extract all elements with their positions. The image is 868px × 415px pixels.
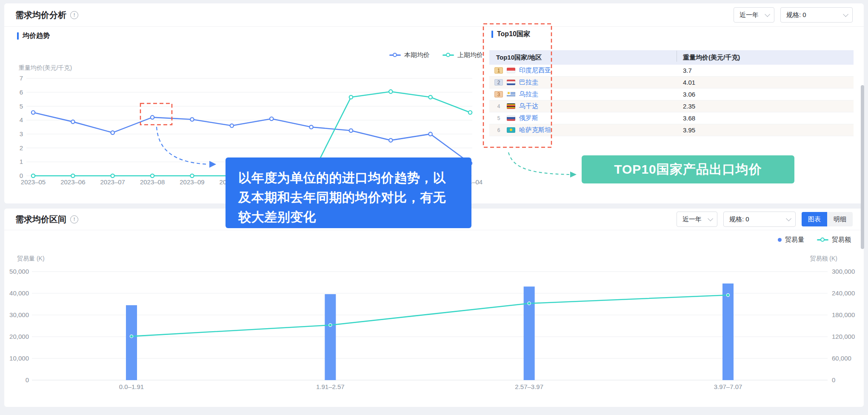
table-row: 3乌拉圭3.06 (489, 89, 854, 100)
trade-volume-bar (524, 286, 535, 380)
country-link[interactable]: 印度尼西亚 (519, 66, 551, 74)
svg-text:240,000: 240,000 (832, 289, 855, 297)
line-marker-icon (817, 238, 828, 242)
top10-table-header: Top10国家/地区 重量均价(美元/千克) (489, 50, 854, 65)
svg-text:3.97–7.07: 3.97–7.07 (714, 383, 742, 390)
avg-price-cell: 3.06 (677, 91, 854, 98)
period-select[interactable]: 近一年 (677, 212, 717, 227)
svg-text:50,000: 50,000 (9, 268, 29, 275)
svg-text:2023–06: 2023–06 (60, 178, 85, 186)
chevron-down-icon (765, 11, 770, 17)
toggle-chart-view-button[interactable]: 图表 (802, 212, 827, 226)
page-title: 需求均价分析 (15, 9, 66, 21)
country-cell: 5俄罗斯 (489, 114, 677, 122)
chevron-down-icon (843, 11, 848, 17)
country-cell: 2巴拉圭 (489, 78, 677, 86)
avg-price-cell: 4.01 (677, 79, 854, 86)
country-link[interactable]: 俄罗斯 (519, 114, 538, 122)
trend-legend: 本期均价 上期均价 (389, 51, 483, 59)
period-select-value: 近一年 (682, 215, 702, 223)
svg-text:贸易额 (K): 贸易额 (K) (810, 255, 837, 262)
svg-text:40,000: 40,000 (9, 289, 29, 297)
svg-text:2: 2 (20, 144, 23, 152)
card1-filters: 近一年 规格: 0 (734, 7, 853, 23)
country-cell: 6哈萨克斯坦 (489, 126, 677, 134)
spec-select[interactable]: 规格: 0 (780, 7, 853, 23)
svg-text:7: 7 (20, 74, 23, 82)
top10-table: Top10国家/地区 重量均价(美元/千克) 1印度尼西亚3.72巴拉圭4.01… (489, 50, 854, 136)
table-row: 2巴拉圭4.01 (489, 77, 854, 89)
svg-text:0: 0 (832, 376, 835, 384)
country-link[interactable]: 乌拉圭 (519, 90, 538, 98)
svg-text:1.91–2.57: 1.91–2.57 (316, 383, 345, 390)
demand-avg-price-analysis-card: 需求均价分析 近一年 规格: 0 均价趋势 本期均价 (4, 3, 864, 203)
svg-text:2.57–3.97: 2.57–3.97 (515, 383, 543, 390)
svg-text:贸易量 (K): 贸易量 (K) (17, 255, 45, 262)
svg-text:2023–07: 2023–07 (100, 178, 125, 186)
svg-text:2023–08: 2023–08 (140, 178, 165, 186)
col-header-country: Top10国家/地区 (489, 54, 677, 62)
spec-select-value: 规格: 0 (729, 215, 749, 223)
svg-text:6: 6 (20, 89, 23, 96)
dashboard-page: 需求均价分析 近一年 规格: 0 均价趋势 本期均价 (0, 0, 868, 415)
top10-body: 1印度尼西亚3.72巴拉圭4.013乌拉圭3.064乌干达2.355俄罗斯3.6… (489, 65, 854, 136)
spec-select[interactable]: 规格: 0 (723, 212, 796, 227)
demand-avg-price-range-card: 需求均价区间 近一年 规格: 0 图表 明细 (4, 209, 864, 407)
trade-volume-bar (722, 283, 734, 380)
info-icon[interactable] (70, 215, 78, 223)
legend-item-trade-volume[interactable]: 贸易量 (778, 236, 804, 244)
page-scrollbar[interactable] (861, 85, 864, 249)
trade-volume-bar (325, 294, 336, 380)
view-toggle: 图表 明细 (802, 212, 853, 226)
chevron-down-icon (708, 216, 713, 221)
flag-icon-indonesia (507, 68, 515, 73)
card2-filters: 近一年 规格: 0 图表 明细 (677, 212, 853, 227)
top10-subtitle: Top10国家 (491, 30, 530, 39)
blue-dashed-arrow (157, 127, 208, 164)
flag-icon-kazakhstan (507, 127, 515, 133)
card1-header: 需求均价分析 近一年 规格: 0 (4, 3, 864, 27)
table-row: 6哈萨克斯坦3.95 (489, 124, 854, 136)
svg-text:重量均价(美元/千克): 重量均价(美元/千克) (19, 64, 72, 71)
section2-title: 需求均价区间 (15, 214, 66, 225)
country-link[interactable]: 巴拉圭 (519, 78, 538, 86)
svg-text:5: 5 (20, 103, 23, 110)
avg-price-cell: 3.68 (677, 114, 854, 122)
svg-text:180,000: 180,000 (832, 311, 855, 318)
range-legend: 贸易量 贸易额 (778, 236, 851, 244)
svg-text:2023–05: 2023–05 (21, 178, 46, 186)
flag-icon-uruguay (507, 92, 515, 97)
chevron-down-icon (786, 216, 791, 221)
line-marker-icon (389, 53, 401, 57)
price-range-chart: 010,00020,00030,00040,00050,000060,00012… (4, 251, 864, 396)
svg-text:1: 1 (20, 158, 23, 165)
blue-annotation-note: 以年度为单位的的进口均价趋势，以及本期和去年同期的均价对比，有无较大差别变化 (226, 157, 471, 228)
flag-icon-russia (507, 115, 515, 121)
country-link[interactable]: 乌干达 (519, 102, 538, 110)
period-select[interactable]: 近一年 (734, 7, 774, 23)
svg-text:0: 0 (26, 376, 29, 384)
legend-item-previous[interactable]: 上期均价 (443, 51, 483, 59)
toggle-detail-view-button[interactable]: 明细 (827, 212, 853, 226)
svg-text:3: 3 (20, 130, 23, 137)
svg-text:0.0–1.91: 0.0–1.91 (119, 383, 144, 390)
country-cell: 1印度尼西亚 (489, 66, 677, 74)
rank-badge: 2 (494, 79, 503, 86)
avg-price-cell: 2.35 (677, 103, 854, 110)
spec-select-value: 规格: 0 (786, 11, 806, 19)
country-cell: 4乌干达 (489, 102, 677, 110)
line-marker-icon (443, 53, 454, 57)
svg-text:4: 4 (20, 116, 23, 123)
info-icon[interactable] (70, 11, 78, 19)
svg-text:30,000: 30,000 (9, 311, 29, 318)
country-link[interactable]: 哈萨克斯坦 (519, 126, 551, 134)
svg-text:60,000: 60,000 (832, 355, 851, 362)
avg-price-cell: 3.7 (677, 67, 854, 74)
rank-badge: 4 (494, 103, 503, 109)
trend-highlight-box (140, 103, 172, 125)
legend-item-trade-value[interactable]: 贸易额 (817, 236, 851, 244)
table-row: 4乌干达2.35 (489, 100, 854, 112)
svg-text:120,000: 120,000 (832, 333, 855, 340)
period-select-value: 近一年 (740, 11, 759, 19)
legend-item-current[interactable]: 本期均价 (389, 51, 430, 59)
